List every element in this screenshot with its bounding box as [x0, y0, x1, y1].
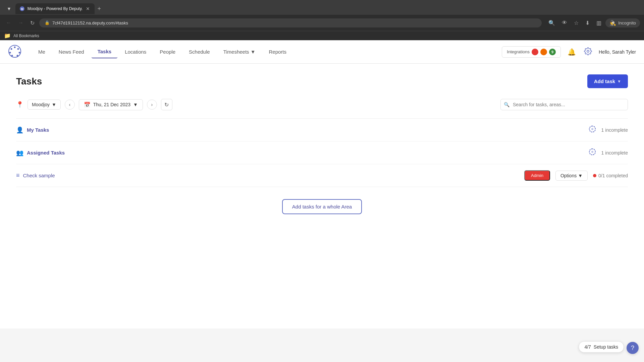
nav-item-schedule[interactable]: Schedule: [183, 46, 216, 58]
svg-text:M: M: [21, 7, 23, 11]
date-selector[interactable]: 📅 Thu, 21 Dec 2023 ▼: [79, 99, 143, 110]
integrations-label: Integrations: [507, 49, 530, 54]
add-task-dropdown-icon: ▼: [617, 79, 621, 84]
forward-button[interactable]: →: [16, 18, 25, 27]
sidebar-icon[interactable]: ▥: [595, 18, 603, 27]
browser-search-icon[interactable]: 🔍: [547, 18, 556, 27]
tab-list-button[interactable]: ▼: [4, 5, 14, 13]
add-area-button[interactable]: Add tasks for a whole Area: [282, 199, 362, 214]
location-name: Moodjoy: [32, 102, 50, 107]
location-pin-icon: 📍: [16, 101, 23, 108]
my-tasks-person-icon: 👤: [16, 126, 23, 134]
date-display: Thu, 21 Dec 2023: [93, 102, 130, 107]
lock-icon: 🔒: [45, 20, 50, 25]
next-date-button[interactable]: ›: [147, 100, 157, 110]
assigned-tasks-title[interactable]: Assigned Tasks: [27, 150, 589, 156]
favorites-icon[interactable]: ☆: [573, 18, 580, 27]
refresh-button[interactable]: ↻: [28, 18, 37, 27]
task-search: 🔍: [500, 99, 628, 110]
bookmarks-folder-icon: 📁: [4, 33, 11, 39]
url-bar[interactable]: 🔒 7cf47d19112152.na.deputy.com/#tasks: [39, 18, 542, 27]
svg-point-10: [591, 128, 593, 130]
completed-text: 0/1 completed: [598, 173, 628, 178]
options-dropdown-icon: ▼: [578, 173, 583, 178]
location-dropdown-icon: ▼: [52, 102, 56, 107]
my-tasks-spinner-icon: [589, 125, 596, 134]
add-task-label: Add task: [594, 78, 615, 84]
search-icon: 🔍: [504, 102, 509, 107]
timesheets-dropdown-icon: ▼: [251, 49, 256, 55]
date-dropdown-icon: ▼: [133, 102, 138, 107]
location-selector[interactable]: Moodjoy ▼: [28, 100, 61, 110]
tasks-toolbar: 📍 Moodjoy ▼ ‹ 📅 Thu, 21 Dec 2023 ▼ › ↻ 🔍: [16, 99, 628, 110]
app-container: Me News Feed Tasks Locations People Sche…: [0, 40, 644, 328]
refresh-button[interactable]: ↻: [161, 99, 172, 110]
integration-badge-red: [532, 49, 538, 55]
svg-point-9: [11, 48, 12, 50]
svg-point-8: [9, 52, 11, 53]
task-item-check-sample: ≡ Check sample Admin Options ▼ 0/1 compl…: [16, 164, 628, 187]
task-name-check-sample[interactable]: Check sample: [23, 173, 525, 178]
tab-close-button[interactable]: ✕: [85, 5, 91, 12]
new-tab-button[interactable]: +: [95, 4, 104, 14]
completed-dot: [593, 174, 596, 177]
tab-title: Moodjoy - Powered By Deputy.: [28, 6, 83, 11]
assigned-tasks-right: 1 incomplete: [589, 148, 628, 157]
assigned-tasks-group-icon: 👥: [16, 149, 23, 157]
svg-point-7: [11, 55, 13, 56]
tab-favicon: M: [19, 6, 25, 11]
svg-point-3: [14, 46, 16, 48]
browser-tab-active[interactable]: M Moodjoy - Powered By Deputy. ✕: [15, 3, 95, 14]
task-area-badge-admin[interactable]: Admin: [524, 170, 550, 181]
add-task-button[interactable]: Add task ▼: [587, 74, 628, 88]
options-label: Options: [560, 173, 577, 178]
task-list-icon: ≡: [16, 172, 20, 179]
integrations-button[interactable]: Integrations 9: [502, 46, 561, 58]
settings-button[interactable]: [583, 46, 593, 58]
nav-item-locations[interactable]: Locations: [119, 46, 152, 58]
incognito-profile[interactable]: 🕵 Incognito: [605, 18, 640, 27]
nav-right: Integrations 9 🔔 Hello, Sarah Tyler: [502, 46, 636, 58]
page-header: Tasks Add task ▼: [16, 74, 628, 88]
reader-mode-icon[interactable]: 👁: [560, 18, 569, 27]
task-completed-badge: 0/1 completed: [593, 173, 628, 178]
add-area-btn-container: Add tasks for a whole Area: [16, 199, 628, 214]
back-button[interactable]: ←: [4, 18, 13, 27]
search-input[interactable]: [500, 99, 628, 110]
nav-item-me[interactable]: Me: [32, 46, 51, 58]
user-greeting[interactable]: Hello, Sarah Tyler: [599, 49, 636, 55]
incognito-icon: 🕵: [609, 20, 616, 26]
my-tasks-section: 👤 My Tasks 1 incomplete: [16, 119, 628, 141]
top-nav: Me News Feed Tasks Locations People Sche…: [0, 40, 644, 64]
svg-point-11: [591, 151, 593, 153]
svg-point-5: [19, 52, 20, 53]
downloads-icon[interactable]: ⬇: [584, 18, 591, 27]
nav-item-tasks[interactable]: Tasks: [92, 45, 117, 58]
nav-logo[interactable]: [8, 45, 21, 59]
browser-address-bar: ← → ↻ 🔒 7cf47d19112152.na.deputy.com/#ta…: [0, 15, 644, 31]
assigned-tasks-spinner-icon: [589, 148, 596, 157]
assigned-tasks-status: 1 incomplete: [601, 150, 628, 156]
nav-item-timesheets[interactable]: Timesheets ▼: [217, 46, 262, 58]
nav-item-people[interactable]: People: [154, 46, 181, 58]
my-tasks-title[interactable]: My Tasks: [27, 127, 589, 133]
all-bookmarks-item[interactable]: All Bookmarks: [13, 34, 39, 38]
url-text: 7cf47d19112152.na.deputy.com/#tasks: [52, 20, 128, 25]
assigned-tasks-section: 👥 Assigned Tasks 1 incomplete: [16, 141, 628, 164]
main-content: Tasks Add task ▼ 📍 Moodjoy ▼ ‹ 📅 Thu, 21…: [0, 64, 644, 315]
browser-chrome: ▼ M Moodjoy - Powered By Deputy. ✕ + ← →…: [0, 0, 644, 40]
nav-item-reports[interactable]: Reports: [263, 46, 292, 58]
integration-badge-orange: [540, 49, 547, 55]
nav-item-news-feed[interactable]: News Feed: [53, 46, 90, 58]
my-tasks-status: 1 incomplete: [601, 127, 628, 133]
browser-tab-bar: ▼ M Moodjoy - Powered By Deputy. ✕ +: [0, 0, 644, 15]
bookmarks-bar: 📁 All Bookmarks: [0, 31, 644, 40]
prev-date-button[interactable]: ‹: [65, 100, 75, 110]
nav-menu: Me News Feed Tasks Locations People Sche…: [32, 45, 502, 58]
page-title: Tasks: [16, 76, 42, 87]
integration-badge-green: 9: [549, 49, 556, 55]
my-tasks-right: 1 incomplete: [589, 125, 628, 134]
svg-point-4: [17, 48, 19, 50]
notifications-button[interactable]: 🔔: [566, 47, 577, 57]
task-options-button[interactable]: Options ▼: [555, 171, 588, 181]
